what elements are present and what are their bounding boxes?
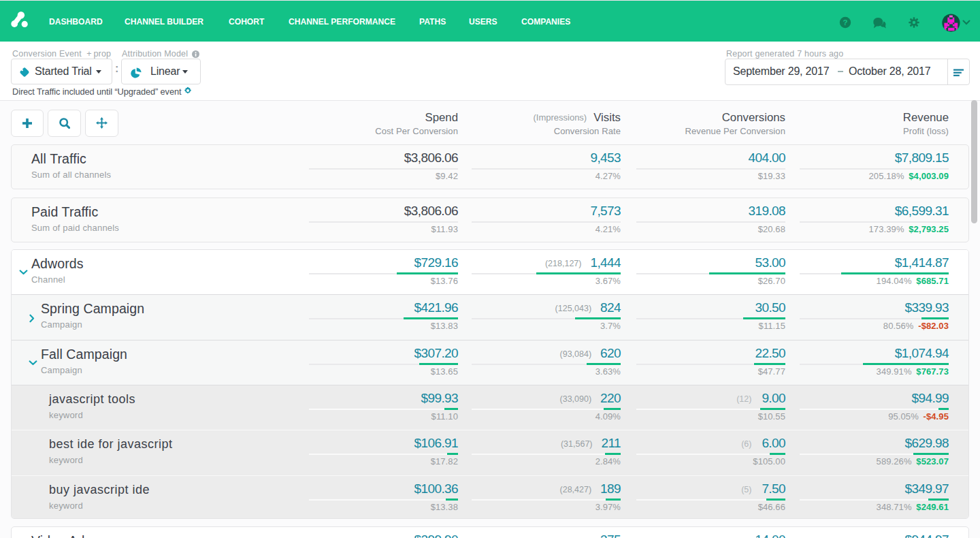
svg-text:?: ? (843, 18, 847, 27)
